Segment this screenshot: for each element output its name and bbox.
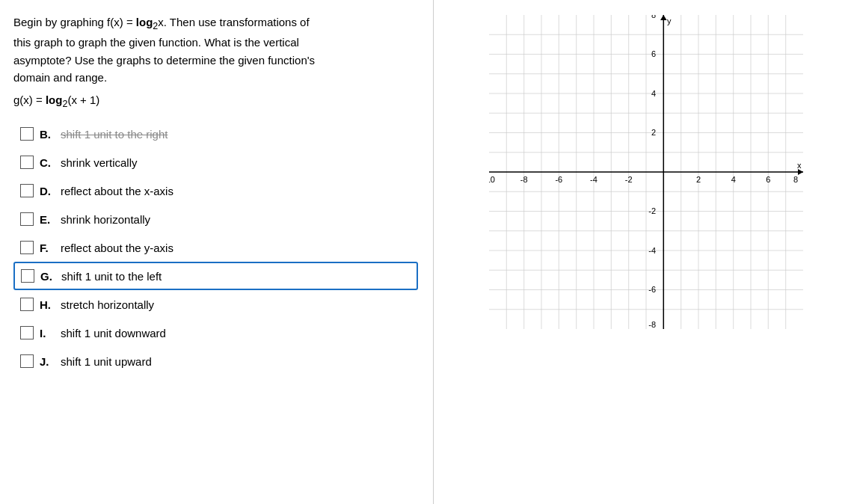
option-letter-f: F. [40, 242, 56, 254]
y-tick-neg4: -4 [648, 246, 656, 255]
checkbox-j[interactable] [20, 354, 34, 368]
option-row-e[interactable]: E. shrink horizontally [13, 205, 418, 233]
x-axis-arrow [798, 169, 803, 175]
option-text-g: shift 1 unit to the left [61, 270, 162, 283]
option-row-g[interactable]: G. shift 1 unit to the left [13, 262, 418, 290]
option-row-h[interactable]: H. stretch horizontally [13, 290, 418, 319]
y-tick-neg6: -6 [648, 285, 656, 294]
question-text: Begin by graphing f(x) = log2x. Then use… [13, 13, 418, 86]
option-letter-e: E. [40, 213, 56, 226]
option-text-b: shift 1 unit to the right [61, 128, 168, 141]
question-line2: this graph to graph the given function. … [13, 34, 418, 51]
right-panel: .grid-line { stroke: #ccc; stroke-width:… [434, 0, 851, 504]
option-row-d[interactable]: D. reflect about the x-axis [13, 176, 418, 205]
option-row-i[interactable]: I. shift 1 unit downward [13, 319, 418, 347]
checkbox-g[interactable] [21, 269, 34, 283]
checkbox-c[interactable] [20, 156, 34, 169]
checkbox-h[interactable] [20, 298, 34, 311]
x-tick-8: 8 [793, 175, 798, 184]
option-letter-i: I. [40, 327, 56, 339]
y-axis-label: y [667, 16, 672, 25]
x-tick-neg2: -2 [625, 175, 633, 184]
x-tick-neg4: -4 [590, 175, 597, 184]
checkbox-d[interactable] [20, 184, 34, 197]
x-tick-neg6: -6 [555, 175, 562, 184]
option-letter-d: D. [40, 185, 56, 197]
y-tick-8: 8 [651, 15, 656, 19]
option-letter-b: B. [40, 128, 56, 141]
question-line1: Begin by graphing f(x) = log2x. Then use… [13, 13, 418, 34]
option-letter-j: J. [40, 355, 56, 368]
options-list: B. shift 1 unit to the right C. shrink v… [13, 120, 418, 375]
graph-container: .grid-line { stroke: #ccc; stroke-width:… [489, 15, 803, 329]
option-row-f[interactable]: F. reflect about the y-axis [13, 233, 418, 262]
function-label: g(x) = log2(x + 1) [13, 93, 418, 109]
x-tick-neg10: -10 [489, 175, 495, 184]
checkbox-f[interactable] [20, 241, 34, 254]
checkbox-e[interactable] [20, 212, 34, 226]
x-tick-4: 4 [731, 175, 736, 184]
question-line4: domain and range. [13, 69, 418, 86]
checkbox-i[interactable] [20, 326, 34, 339]
option-row-j[interactable]: J. shift 1 unit upward [13, 347, 418, 375]
coordinate-graph: .grid-line { stroke: #ccc; stroke-width:… [489, 15, 803, 329]
x-tick-2: 2 [696, 175, 701, 184]
option-text-d: reflect about the x-axis [61, 185, 173, 197]
option-row-c[interactable]: C. shrink vertically [13, 148, 418, 176]
option-text-e: shrink horizontally [61, 213, 150, 226]
left-panel: Begin by graphing f(x) = log2x. Then use… [0, 0, 434, 504]
checkbox-b[interactable] [20, 127, 34, 141]
y-tick-neg2: -2 [648, 206, 656, 215]
y-tick-6: 6 [651, 49, 656, 58]
option-letter-g: G. [40, 270, 57, 283]
x-tick-6: 6 [766, 175, 770, 184]
option-text-f: reflect about the y-axis [61, 242, 173, 254]
option-text-h: stretch horizontally [61, 298, 154, 311]
x-axis-label: x [797, 161, 802, 170]
option-text-j: shift 1 unit upward [61, 355, 152, 368]
x-tick-neg8: -8 [520, 175, 528, 184]
option-text-i: shift 1 unit downward [61, 327, 166, 339]
y-tick-4: 4 [651, 89, 656, 98]
option-letter-c: C. [40, 156, 56, 169]
question-line3: asymptote? Use the graphs to determine t… [13, 52, 418, 69]
option-text-c: shrink vertically [61, 156, 138, 169]
y-tick-2: 2 [651, 128, 656, 137]
option-row-b[interactable]: B. shift 1 unit to the right [13, 120, 418, 148]
y-tick-neg8: -8 [648, 320, 656, 329]
option-letter-h: H. [40, 298, 56, 311]
y-axis-arrow [660, 15, 667, 20]
